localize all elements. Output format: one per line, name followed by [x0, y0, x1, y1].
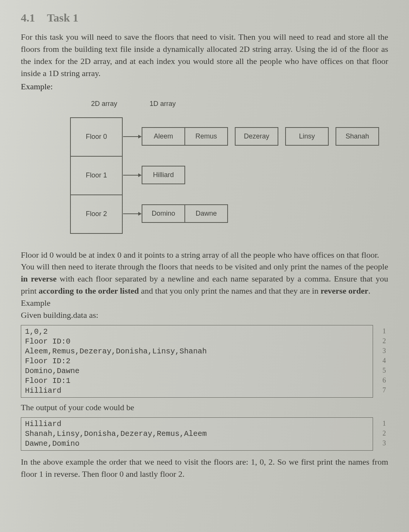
person-cell: Aleem	[142, 127, 185, 146]
section-title: Task 1	[47, 11, 78, 24]
section-number: 4.1	[21, 11, 35, 24]
mid-paragraph-2: You will then need to iterate through th…	[21, 261, 388, 297]
intro-paragraph: For this task you will need to save the …	[21, 31, 388, 79]
person-cell: Dezeray	[235, 127, 278, 146]
row-1d-1: Hilliard	[123, 156, 379, 194]
bold-text: according to the order listed	[39, 286, 139, 296]
label-1d-array: 1D array	[150, 100, 176, 108]
example-label: Example:	[21, 82, 388, 92]
output-code-box: Hilliard Shanah,Linsy,Donisha,Dezeray,Re…	[21, 417, 373, 451]
person-cell: Remus	[185, 127, 228, 146]
input-code-box: 1,0,2 Floor ID:0 Aleem,Remus,Dezeray,Don…	[21, 325, 373, 398]
arrow-icon	[123, 135, 142, 138]
diagram-body: Floor 0 Floor 1 Floor 2 Aleem Remus Deze…	[70, 117, 388, 234]
person-cell: Dawne	[185, 204, 228, 223]
array-diagram: 2D array 1D array Floor 0 Floor 1 Floor …	[70, 100, 388, 234]
bold-text: in reverse	[21, 274, 56, 283]
floor-cell-1: Floor 1	[71, 157, 122, 195]
row-1d-2: Domino Dawne	[123, 194, 379, 233]
people-row-2: Domino Dawne	[142, 204, 228, 223]
output-code-body: Hilliard Shanah,Linsy,Donisha,Dezeray,Re…	[21, 418, 373, 450]
row-1d-0: Aleem Remus Dezeray Linsy Shanah	[123, 117, 379, 156]
person-cell: Hilliard	[142, 166, 185, 184]
floor-cell-0: Floor 0	[71, 118, 122, 157]
text: .	[368, 286, 370, 296]
person-cell: Linsy	[285, 127, 329, 146]
output-label: The output of your code would be	[21, 401, 388, 414]
section-heading: 4.1 Task 1	[21, 11, 388, 24]
page: 4.1 Task 1 For this task you will need t…	[0, 0, 409, 532]
arrow-icon	[123, 212, 142, 216]
person-cell: Domino	[142, 204, 185, 223]
line-numbers: 1234567	[382, 327, 386, 396]
rows-1d: Aleem Remus Dezeray Linsy Shanah Hilliar…	[123, 117, 379, 233]
example-label-2: Example	[21, 297, 388, 309]
label-2d-array: 2D array	[76, 100, 133, 108]
people-row-1: Hilliard	[142, 166, 185, 184]
floor-cell-2: Floor 2	[71, 195, 122, 233]
diagram-labels: 2D array 1D array	[70, 100, 388, 108]
input-code-body: 1,0,2 Floor ID:0 Aleem,Remus,Dezeray,Don…	[21, 325, 373, 397]
text: You will then need to iterate through th…	[21, 262, 388, 271]
bold-text: reverse order	[320, 286, 368, 296]
line-numbers: 123	[382, 419, 386, 449]
person-cell: Shanah	[336, 127, 379, 146]
people-row-0: Aleem Remus Dezeray Linsy Shanah	[142, 127, 379, 146]
floors-2d-column: Floor 0 Floor 1 Floor 2	[70, 117, 123, 234]
arrow-icon	[123, 173, 142, 177]
mid-paragraph-1: Floor id 0 would be at index 0 and it po…	[21, 249, 388, 261]
text: and that you only print the names and th…	[139, 286, 321, 296]
closing-paragraph: In the above example the order that we n…	[21, 456, 388, 480]
given-label: Given building.data as:	[21, 309, 388, 321]
